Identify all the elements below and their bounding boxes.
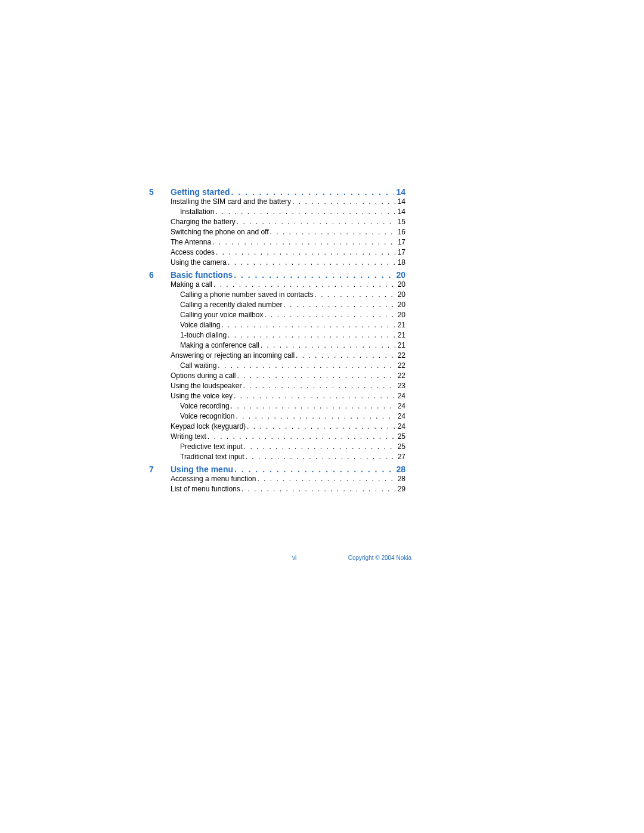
entry-title: Writing text xyxy=(171,432,206,442)
entry-page: 28 xyxy=(395,474,405,484)
entry-title: Using the voice key xyxy=(171,391,233,401)
dot-leader: . . . . . . . . . . . . . . . . . . . . … xyxy=(236,217,395,227)
entry-page: 14 xyxy=(395,207,405,217)
entry-page: 17 xyxy=(395,247,405,258)
entry-page: 17 xyxy=(395,237,405,247)
dot-leader: . . . . . . . . . . . . . . . . . . . . … xyxy=(291,197,395,207)
entry-page: 24 xyxy=(395,411,405,422)
toc-entry[interactable]: Making a conference call. . . . . . . . … xyxy=(180,340,405,351)
dot-leader: . . . . . . . . . . . . . . . . . . . . … xyxy=(269,227,395,237)
entry-page: 21 xyxy=(395,320,405,330)
toc-entry[interactable]: Options during a call. . . . . . . . . .… xyxy=(171,371,405,381)
toc-entry[interactable]: Using the loudspeaker. . . . . . . . . .… xyxy=(171,381,405,391)
dot-leader: . . . . . . . . . . . . . . . . . . . . … xyxy=(230,401,395,411)
chapter-title: Basic functions xyxy=(171,270,233,280)
entry-title: Installation xyxy=(180,207,214,217)
entry-page: 22 xyxy=(395,361,405,371)
entry-title: Traditional text input xyxy=(180,452,244,462)
toc-entry[interactable]: Calling a phone number saved in contacts… xyxy=(180,290,405,300)
dot-leader: . . . . . . . . . . . . . . . . . . . . … xyxy=(295,351,395,361)
entry-title: The Antenna xyxy=(171,237,211,247)
toc-entry[interactable]: Charging the battery. . . . . . . . . . … xyxy=(171,217,405,227)
toc-entry[interactable]: Writing text. . . . . . . . . . . . . . … xyxy=(171,432,405,442)
dot-leader: . . . . . . . . . . . . . . . . . . . . … xyxy=(233,270,394,280)
chapter-heading[interactable]: 7Using the menu. . . . . . . . . . . . .… xyxy=(149,465,405,474)
entry-page: 20 xyxy=(395,300,405,310)
entry-page: 14 xyxy=(395,197,405,207)
entry-page: 24 xyxy=(395,391,405,401)
toc-entry[interactable]: 1-touch dialing. . . . . . . . . . . . .… xyxy=(180,330,405,340)
entry-title: Access codes xyxy=(171,247,215,258)
entry-page: 24 xyxy=(395,422,405,432)
toc-entry[interactable]: List of menu functions. . . . . . . . . … xyxy=(171,484,405,494)
toc-entry[interactable]: Installing the SIM card and the battery.… xyxy=(171,197,405,207)
entry-title: Accessing a menu function xyxy=(171,474,256,484)
toc-entry[interactable]: Access codes. . . . . . . . . . . . . . … xyxy=(171,247,405,258)
entry-title: Answering or rejecting an incoming call xyxy=(171,351,295,361)
entry-title: Voice recording xyxy=(180,401,230,411)
toc-entry[interactable]: Answering or rejecting an incoming call.… xyxy=(171,351,405,361)
entry-title: Predictive text input xyxy=(180,442,243,452)
entry-title: Options during a call xyxy=(171,371,236,381)
entry-title: Voice dialing xyxy=(180,320,220,330)
dot-leader: . . . . . . . . . . . . . . . . . . . . … xyxy=(256,474,395,484)
entry-title: Calling a recently dialed number xyxy=(180,300,282,310)
entry-title: Keypad lock (keyguard) xyxy=(171,422,246,432)
entry-title: Calling a phone number saved in contacts xyxy=(180,290,313,300)
dot-leader: . . . . . . . . . . . . . . . . . . . . … xyxy=(227,330,395,340)
toc-entry[interactable]: The Antenna. . . . . . . . . . . . . . .… xyxy=(171,237,405,247)
entry-page: 21 xyxy=(395,340,405,351)
toc-entry[interactable]: Call waiting. . . . . . . . . . . . . . … xyxy=(180,361,405,371)
dot-leader: . . . . . . . . . . . . . . . . . . . . … xyxy=(282,300,395,310)
chapter-page: 20 xyxy=(394,270,405,280)
toc-entry[interactable]: Switching the phone on and off. . . . . … xyxy=(171,227,405,237)
chapter-number: 7 xyxy=(149,465,171,474)
chapter-heading[interactable]: 5Getting started. . . . . . . . . . . . … xyxy=(149,187,405,197)
entry-page: 20 xyxy=(395,280,405,290)
entry-page: 20 xyxy=(395,290,405,300)
toc-entry[interactable]: Making a call. . . . . . . . . . . . . .… xyxy=(171,280,405,290)
toc-entry[interactable]: Accessing a menu function. . . . . . . .… xyxy=(171,474,405,484)
entry-page: 16 xyxy=(395,227,405,237)
dot-leader: . . . . . . . . . . . . . . . . . . . . … xyxy=(242,381,395,391)
dot-leader: . . . . . . . . . . . . . . . . . . . . … xyxy=(211,237,395,247)
toc-entry[interactable]: Predictive text input. . . . . . . . . .… xyxy=(180,442,405,452)
entry-page: 25 xyxy=(395,442,405,452)
toc-entry[interactable]: Voice recording. . . . . . . . . . . . .… xyxy=(180,401,405,411)
chapter-number: 6 xyxy=(149,270,171,280)
toc-entry[interactable]: Using the camera. . . . . . . . . . . . … xyxy=(171,258,405,268)
toc-entry[interactable]: Using the voice key. . . . . . . . . . .… xyxy=(171,391,405,401)
entry-title: Installing the SIM card and the battery xyxy=(171,197,291,207)
dot-leader: . . . . . . . . . . . . . . . . . . . . … xyxy=(263,310,395,320)
entry-page: 15 xyxy=(395,217,405,227)
entry-page: 18 xyxy=(395,258,405,268)
chapter-number: 5 xyxy=(149,187,171,197)
page-number-roman: vi xyxy=(292,555,296,561)
toc-entry[interactable]: Calling your voice mailbox. . . . . . . … xyxy=(180,310,405,320)
chapter-page: 14 xyxy=(394,187,405,197)
dot-leader: . . . . . . . . . . . . . . . . . . . . … xyxy=(216,361,395,371)
toc-entry[interactable]: Voice recognition. . . . . . . . . . . .… xyxy=(180,411,405,422)
entry-title: 1-touch dialing xyxy=(180,330,227,340)
dot-leader: . . . . . . . . . . . . . . . . . . . . … xyxy=(220,320,395,330)
entry-page: 24 xyxy=(395,401,405,411)
toc-entry[interactable]: Calling a recently dialed number. . . . … xyxy=(180,300,405,310)
dot-leader: . . . . . . . . . . . . . . . . . . . . … xyxy=(212,280,395,290)
toc-entry[interactable]: Keypad lock (keyguard). . . . . . . . . … xyxy=(171,422,405,432)
page-footer: vi Copyright © 2004 Nokia xyxy=(292,555,411,561)
entry-title: Calling your voice mailbox xyxy=(180,310,263,320)
toc-entry[interactable]: Traditional text input. . . . . . . . . … xyxy=(180,452,405,462)
dot-leader: . . . . . . . . . . . . . . . . . . . . … xyxy=(206,432,395,442)
dot-leader: . . . . . . . . . . . . . . . . . . . . … xyxy=(244,452,395,462)
toc-entry[interactable]: Installation. . . . . . . . . . . . . . … xyxy=(180,207,405,217)
chapter-title: Getting started xyxy=(171,187,230,197)
dot-leader: . . . . . . . . . . . . . . . . . . . . … xyxy=(227,258,395,268)
entry-page: 27 xyxy=(395,452,405,462)
entry-title: Call waiting xyxy=(180,361,216,371)
chapter-title: Using the menu xyxy=(171,465,233,474)
chapter-heading[interactable]: 6Basic functions. . . . . . . . . . . . … xyxy=(149,270,405,280)
entry-title: Making a call xyxy=(171,280,212,290)
toc-entry[interactable]: Voice dialing. . . . . . . . . . . . . .… xyxy=(180,320,405,330)
toc-container: 5Getting started. . . . . . . . . . . . … xyxy=(149,185,405,494)
dot-leader: . . . . . . . . . . . . . . . . . . . . … xyxy=(234,411,395,422)
